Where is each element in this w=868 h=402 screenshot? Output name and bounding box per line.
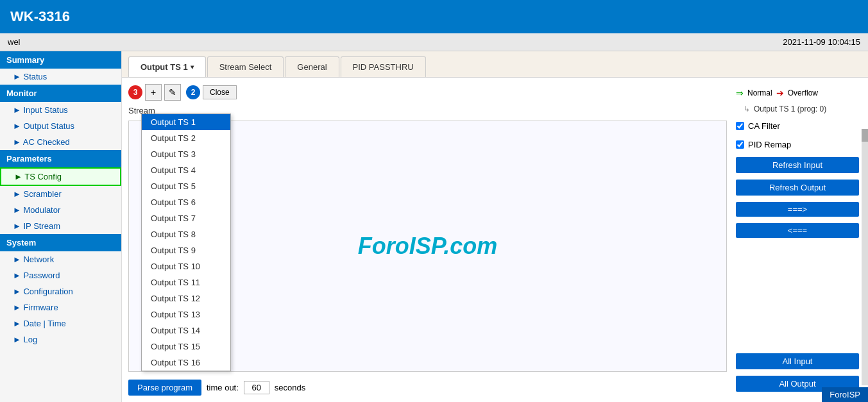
output-ts1-prog-label: Output TS 1 (prog: 0) [754, 105, 826, 113]
dropdown-item-16[interactable]: Output TS 16 [142, 355, 230, 371]
normal-label: Normal [747, 88, 772, 97]
parse-program-button[interactable]: Parse program [128, 380, 201, 396]
dropdown-item-15[interactable]: Output TS 15 [142, 339, 230, 355]
sidebar-item-firmware[interactable]: ► Firmware [0, 299, 121, 315]
refresh-input-button[interactable]: Refresh Input [736, 157, 859, 173]
tab-dropdown-caret: ▾ [191, 63, 194, 71]
tab-stream-select[interactable]: Stream Select [207, 56, 284, 77]
legend-normal: ⇒ Normal ➔ Overflow [736, 87, 859, 99]
main-layout: Summary ► Status Monitor ► Input Status … [0, 51, 868, 402]
tab-general-label: General [297, 62, 327, 72]
badge-3: 3 [128, 85, 142, 99]
sidebar-item-network[interactable]: ► Network [0, 251, 121, 267]
sidebar-item-status[interactable]: ► Status [0, 69, 121, 85]
timeout-input[interactable] [244, 381, 269, 394]
tab-pid-passthru-label: PID PASSTHRU [353, 62, 414, 72]
subheader: wel 2021-11-09 10:04:15 [0, 33, 868, 51]
sidebar-item-ac-checked[interactable]: ► AC Checked [0, 134, 121, 150]
tab-bar: Output TS 1 ▾ Stream Select General PID … [122, 51, 868, 78]
content-body: 3 + ✎ 2 Close S [122, 78, 868, 402]
ca-filter-checkbox[interactable] [736, 122, 744, 130]
dropdown-item-7[interactable]: Output TS 7 [142, 210, 230, 226]
sidebar-item-modulator[interactable]: ► Modulator [0, 202, 121, 218]
pid-remap-label: PID Remap [748, 140, 791, 149]
overflow-arrow-icon: ➔ [776, 88, 784, 98]
overflow-label: Overflow [788, 88, 818, 97]
normal-arrow-icon: ⇒ [736, 88, 744, 98]
sidebar-section-system: System [0, 234, 121, 251]
tab-stream-select-label: Stream Select [219, 62, 272, 72]
foroisp-logo: ForoISP.com [358, 233, 497, 260]
dropdown-item-14[interactable]: Output TS 14 [142, 322, 230, 339]
parse-bar: Parse program time out: seconds [128, 380, 727, 396]
app-header: WK-3316 [0, 0, 868, 33]
sidebar: Summary ► Status Monitor ► Input Status … [0, 51, 122, 402]
close-button[interactable]: Close [203, 85, 237, 99]
sidebar-item-output-status[interactable]: ► Output Status [0, 118, 121, 134]
dropdown-item-9[interactable]: Output TS 9 [142, 242, 230, 258]
subheader-left: wel [8, 37, 21, 47]
dropdown-item-13[interactable]: Output TS 13 [142, 306, 230, 322]
dropdown-item-12[interactable]: Output TS 12 [142, 290, 230, 306]
right-panel: ⇒ Normal ➔ Overflow ↳ Output TS 1 (prog:… [733, 84, 862, 396]
sidebar-item-password[interactable]: ► Password [0, 267, 121, 283]
sidebar-item-scrambler[interactable]: ► Scrambler [0, 186, 121, 202]
dropdown-item-11[interactable]: Output TS 11 [142, 274, 230, 290]
dropdown-item-3[interactable]: Output TS 3 [142, 146, 230, 162]
dropdown-item-8[interactable]: Output TS 8 [142, 226, 230, 242]
sidebar-item-configuration[interactable]: ► Configuration [0, 283, 121, 299]
arrow-right-button[interactable]: ===> [736, 202, 859, 217]
toolbar: 3 + ✎ 2 Close [128, 84, 727, 101]
sidebar-item-ts-config[interactable]: ► TS Config [0, 167, 121, 186]
sidebar-section-monitor: Monitor [0, 85, 121, 102]
dropdown-item-5[interactable]: Output TS 5 [142, 178, 230, 194]
tab-output-ts1-label: Output TS 1 [140, 62, 188, 72]
add-button[interactable]: + [145, 84, 162, 101]
sidebar-item-ip-stream[interactable]: ► IP Stream [0, 218, 121, 234]
sidebar-section-parameters: Parameters [0, 150, 121, 167]
app-title: WK-3316 [10, 8, 70, 25]
output-ts1-arrow-icon: ↳ [744, 105, 750, 113]
pid-remap-checkbox[interactable] [736, 140, 744, 149]
footer-label: ForoISP [830, 390, 860, 399]
tab-general[interactable]: General [285, 56, 339, 77]
output-ts-dropdown: Output TS 1 Output TS 2 Output TS 3 Outp… [141, 113, 231, 371]
badge-2: 2 [186, 85, 200, 99]
timeout-label: time out: [207, 383, 239, 392]
refresh-output-button[interactable]: Refresh Output [736, 180, 859, 196]
dropdown-item-2[interactable]: Output TS 2 [142, 130, 230, 146]
edit-button[interactable]: ✎ [164, 84, 181, 101]
dropdown-item-6[interactable]: Output TS 6 [142, 194, 230, 210]
seconds-label: seconds [275, 383, 305, 392]
legend-output-ts1: ↳ Output TS 1 (prog: 0) [736, 103, 859, 115]
sidebar-item-input-status[interactable]: ► Input Status [0, 102, 121, 118]
subheader-datetime: 2021-11-09 10:04:15 [783, 37, 860, 47]
footer: ForoISP [822, 387, 868, 402]
tab-output-ts1[interactable]: Output TS 1 ▾ [128, 56, 206, 77]
scrollbar-thumb[interactable] [862, 129, 868, 142]
all-input-button[interactable]: All Input [736, 353, 859, 369]
dropdown-item-10[interactable]: Output TS 10 [142, 258, 230, 274]
sidebar-item-datetime[interactable]: ► Date | Time [0, 315, 121, 331]
sidebar-item-log[interactable]: ► Log [0, 331, 121, 348]
ca-filter-label: CA Filter [748, 121, 780, 131]
arrow-left-button[interactable]: <=== [736, 223, 859, 238]
dropdown-item-1[interactable]: Output TS 1 [142, 114, 230, 130]
ca-filter-row: CA Filter [736, 121, 859, 131]
dropdown-item-4[interactable]: Output TS 4 [142, 162, 230, 178]
sidebar-section-summary: Summary [0, 51, 121, 69]
scrollbar[interactable] [862, 129, 868, 385]
content-area: Output TS 1 ▾ Stream Select General PID … [122, 51, 868, 402]
pid-remap-row: PID Remap [736, 140, 859, 149]
tab-pid-passthru[interactable]: PID PASSTHRU [341, 56, 426, 77]
